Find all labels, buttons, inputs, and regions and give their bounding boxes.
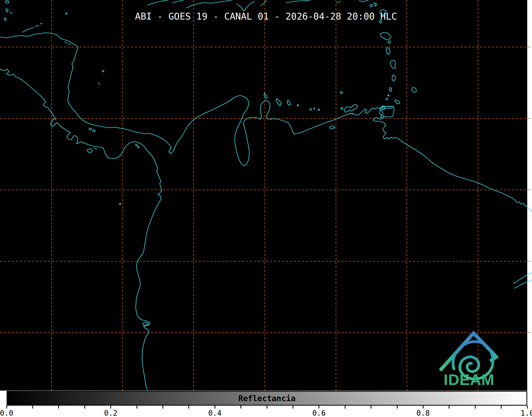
coastline-antilles-top-fragment (359, 0, 368, 2)
coastline-honduras-islet-4 (4, 18, 6, 21)
coastline-jamaica-fragment-3 (40, 23, 42, 24)
colorbar-tick (345, 406, 345, 409)
coastline-cebaco (94, 148, 97, 149)
coastline-la-blanquilla (341, 107, 343, 109)
colorbar-tick (137, 406, 137, 409)
coastline-los-testigos (340, 91, 343, 94)
colorbar-tick (6, 406, 7, 409)
colorbar-tick (84, 406, 85, 409)
colorbar-tick (423, 406, 424, 409)
coastline-beata-fragment (261, 1, 266, 6)
colorbar-tick (371, 406, 371, 409)
colorbar-tick (527, 406, 528, 409)
colorbar-label: Reflectancia (7, 392, 526, 405)
coastline-hispaniola-fragment-4 (237, 2, 254, 11)
coastline-swan-island (66, 13, 67, 14)
satellite-map: ABI - GOES 19 - CANAL 01 - 2026-04-28 20… (0, 0, 532, 391)
coastline-margarita (344, 104, 358, 112)
colorbar-tick (501, 406, 502, 409)
colorbar-tick (475, 406, 476, 409)
coastline-grenadine-2 (386, 98, 388, 100)
colorbar-tick (267, 406, 267, 409)
colorbar-tick (162, 406, 163, 409)
colorbar-tick (293, 406, 293, 409)
colorbar-tick (449, 406, 449, 409)
coastline-antilles-islet-1 (370, 4, 372, 7)
colorbar-tick (240, 406, 241, 409)
coastline-honduras-islet-3 (10, 12, 12, 14)
coastline-las-aves (297, 104, 299, 106)
colorbar-tick (110, 406, 111, 409)
coastline-aruba (264, 93, 267, 98)
coastline-curacao (276, 98, 281, 106)
coastline-caribbean-mainland-coast (0, 33, 532, 212)
ideam-logo-text: IDEAM (441, 371, 497, 388)
coastline-bocas-islet-1 (89, 128, 92, 130)
coastline-providencia (102, 70, 104, 72)
coastline-la-tortuga (330, 126, 335, 129)
coastline-puerto-rico-fragment (286, 0, 310, 3)
coastline-hispaniola-fragment-3 (186, 0, 232, 8)
coastline-dominica (386, 48, 390, 54)
coastline-antilles-islet-2 (374, 3, 377, 6)
colorbar-tick-label: 1.0 (515, 409, 532, 417)
coastline-martinique (390, 60, 396, 68)
coastline-san-andres (98, 83, 99, 85)
coastline-hispaniola-fragment-2 (172, 0, 183, 3)
coastline-bonaire (287, 100, 290, 105)
no-data-strip (527, 0, 532, 391)
coastline-marie-galante (388, 41, 390, 43)
coastline-honduras-islet-2 (6, 8, 8, 12)
colorbar-tick (58, 406, 59, 409)
image-title: ABI - GOES 19 - CANAL 01 - 2026-04-28 20… (135, 11, 397, 22)
coastline-caratasca-islet-1 (64, 42, 67, 43)
colorbar-tick (32, 406, 33, 409)
coastline-guadeloupe (380, 32, 391, 40)
colorbar-tick-label: 0.6 (307, 409, 331, 417)
coastline-jamaica-fragment-1 (23, 28, 33, 32)
coastline-bocas-islet-2 (93, 130, 95, 132)
colorbar-tick (319, 406, 319, 409)
colorbar-tick-label: 0.8 (411, 409, 435, 417)
colorbar-tick-label: 0.0 (0, 409, 19, 417)
coastline-coche (349, 113, 353, 114)
coastline-st-lucia (392, 75, 395, 81)
screen: ABI - GOES 19 - CANAL 01 - 2026-04-28 20… (0, 0, 532, 417)
coastline-los-roques-2 (314, 108, 315, 109)
colorbar-tick (215, 406, 215, 409)
coastline-los-roques-1 (310, 109, 312, 110)
colorbar-tick (397, 406, 398, 409)
coastline-pearl-island-2 (138, 146, 139, 148)
coastline-pearl-island-1 (135, 144, 137, 146)
coastline-barbados (412, 87, 416, 93)
coastline-grenadine-1 (388, 95, 389, 96)
coastline-coiba (87, 149, 93, 153)
coastline-tobago (395, 100, 400, 104)
coastline-jamaica-fragment-2 (35, 25, 39, 27)
coastline-malpelo (119, 203, 121, 205)
coastline-st-vincent (389, 87, 392, 91)
coastline-puna-island (143, 322, 148, 326)
coastline-la-orchila (318, 109, 320, 111)
colorbar-tick-label: 0.4 (203, 409, 227, 417)
coastline-honduras-islet-1 (5, 1, 9, 3)
colorbar: Reflectancia (7, 391, 527, 406)
coastline-st-croix (337, 2, 341, 3)
colorbar-tick (188, 406, 189, 409)
coastline-pacific-mainland-coast (0, 69, 162, 391)
colorbar-tick-label: 0.2 (99, 409, 123, 417)
coastline-caratasca-islet-2 (68, 43, 70, 45)
coastline-hispaniola-fragment-1 (148, 0, 168, 5)
